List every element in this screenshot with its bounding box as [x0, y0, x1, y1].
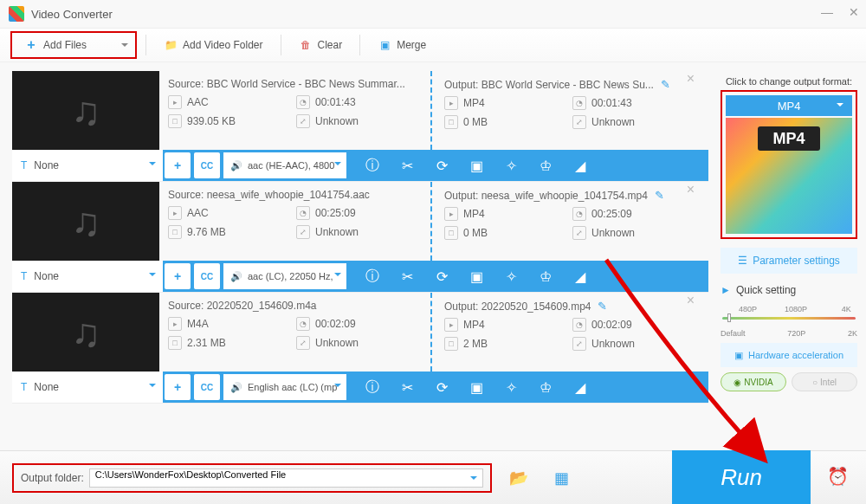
- rotate-icon[interactable]: ⟳: [433, 379, 450, 396]
- dimension-icon: ⤢: [296, 225, 310, 239]
- dropdown-caret-icon: [470, 476, 477, 483]
- codec-icon: ▸: [444, 96, 458, 110]
- audio-codec-select[interactable]: 🔊aac (HE-AAC), 4800: [223, 152, 346, 178]
- add-subtitle-button[interactable]: +: [165, 263, 191, 289]
- watermark-icon[interactable]: ♔: [537, 379, 554, 396]
- crop-icon[interactable]: ▣: [468, 379, 485, 396]
- clock-icon: ◔: [296, 95, 310, 109]
- cut-icon[interactable]: ✂: [398, 268, 416, 285]
- close-icon[interactable]: ✕: [849, 5, 859, 19]
- cut-icon[interactable]: ✂: [398, 158, 416, 174]
- codec-icon: ▸: [444, 318, 458, 332]
- size-icon: □: [168, 336, 182, 350]
- slider-thumb[interactable]: [727, 313, 731, 322]
- quality-slider[interactable]: 480P 1080P 4K: [721, 305, 857, 327]
- remove-item-icon[interactable]: ×: [687, 71, 695, 87]
- watermark-icon[interactable]: ♔: [537, 158, 554, 174]
- codec-icon: ▸: [168, 206, 182, 220]
- music-note-icon: ♫: [71, 87, 101, 134]
- output-folder-input[interactable]: C:\Users\WonderFox\Desktop\Converted Fil…: [89, 468, 483, 488]
- add-subtitle-button[interactable]: +: [165, 374, 191, 400]
- rotate-icon[interactable]: ⟳: [433, 158, 450, 174]
- nvidia-badge[interactable]: ◉NVIDIA: [721, 372, 786, 391]
- list-item: × ♫ Source: 20220520_154609.m4a ▸M4A ◔00…: [12, 293, 708, 404]
- edit-output-icon[interactable]: ✎: [661, 78, 670, 91]
- merge-label: Merge: [397, 39, 426, 51]
- thumbnail[interactable]: ♫: [12, 71, 159, 151]
- hardware-acceleration-button[interactable]: ▣ Hardware acceleration: [721, 343, 857, 367]
- output-format-selector[interactable]: MP4 MP4: [721, 90, 857, 239]
- effects-icon[interactable]: ✧: [502, 379, 520, 396]
- cc-button[interactable]: CC: [194, 263, 220, 289]
- clear-button[interactable]: 🗑 Clear: [287, 29, 355, 61]
- merge-button[interactable]: ▣ Merge: [365, 29, 438, 61]
- crop-icon[interactable]: ▣: [468, 268, 485, 285]
- intel-badge[interactable]: ○Intel: [792, 372, 857, 391]
- watermark-icon[interactable]: ♔: [537, 268, 554, 285]
- remove-item-icon[interactable]: ×: [687, 182, 695, 197]
- size-icon: □: [444, 115, 458, 129]
- more-icon[interactable]: ◢: [572, 268, 589, 285]
- music-note-icon: ♫: [71, 309, 101, 356]
- edit-output-icon[interactable]: ✎: [655, 189, 664, 202]
- video-join-icon[interactable]: ▦: [554, 468, 569, 488]
- audio-codec-select[interactable]: 🔊English aac (LC) (mp: [223, 374, 346, 400]
- add-files-label: Add Files: [43, 39, 87, 51]
- dimension-icon: ⤢: [572, 226, 586, 240]
- title-select[interactable]: TNone: [12, 261, 163, 292]
- add-folder-label: Add Video Folder: [183, 39, 263, 51]
- clock-icon: ◔: [572, 96, 586, 110]
- info-icon[interactable]: ⓘ: [364, 378, 381, 397]
- codec-icon: ▸: [168, 317, 182, 331]
- add-folder-button[interactable]: 📁 Add Video Folder: [152, 29, 275, 61]
- parameter-settings-button[interactable]: ☰ Parameter settings: [721, 248, 857, 274]
- right-panel: Click to change output format: MP4 MP4 ☰…: [721, 76, 857, 391]
- thumbnail[interactable]: ♫: [12, 182, 159, 262]
- cut-icon[interactable]: ✂: [398, 379, 416, 396]
- nvidia-icon: ◉: [734, 378, 741, 387]
- crop-icon[interactable]: ▣: [468, 158, 485, 174]
- size-icon: □: [444, 226, 458, 240]
- run-button[interactable]: Run: [672, 450, 811, 504]
- add-subtitle-button[interactable]: +: [165, 152, 191, 178]
- more-icon[interactable]: ◢: [572, 158, 589, 174]
- codec-icon: ▸: [444, 207, 458, 221]
- cc-button[interactable]: CC: [194, 152, 220, 178]
- clock-icon: ◔: [296, 206, 310, 220]
- effects-icon[interactable]: ✧: [502, 158, 520, 174]
- output-label: Output: 20220520_154609.mp4: [444, 300, 591, 313]
- minimize-icon[interactable]: —: [821, 5, 833, 19]
- cc-button[interactable]: CC: [194, 374, 220, 400]
- format-dropdown[interactable]: MP4: [726, 95, 852, 116]
- bottom-bar: Output folder: C:\Users\WonderFox\Deskto…: [0, 450, 866, 504]
- app-logo-icon: [9, 6, 24, 22]
- title-select[interactable]: TNone: [12, 372, 163, 403]
- clock-icon: ◔: [296, 317, 310, 331]
- effects-icon[interactable]: ✧: [502, 268, 520, 285]
- format-preview-image: MP4: [726, 118, 852, 234]
- more-icon[interactable]: ◢: [572, 379, 589, 396]
- title-select[interactable]: TNone: [12, 150, 163, 181]
- edit-output-icon[interactable]: ✎: [598, 300, 607, 313]
- info-icon[interactable]: ⓘ: [364, 268, 381, 286]
- scheduler-icon[interactable]: ⏰: [827, 466, 849, 487]
- size-icon: □: [168, 225, 182, 239]
- titlebar: Video Converter — ✕: [0, 0, 866, 28]
- sliders-icon: ☰: [738, 255, 747, 267]
- add-files-button[interactable]: + Add Files: [10, 31, 137, 59]
- remove-item-icon[interactable]: ×: [687, 293, 695, 308]
- output-label: Output: BBC World Service - BBC News Su.…: [444, 79, 654, 91]
- source-label: Source: BBC World Service - BBC News Sum…: [168, 78, 422, 90]
- clock-icon: ◔: [572, 207, 586, 221]
- file-list: × ♫ Source: BBC World Service - BBC News…: [12, 71, 708, 404]
- list-item: × ♫ Source: BBC World Service - BBC News…: [12, 71, 708, 182]
- info-icon[interactable]: ⓘ: [364, 157, 381, 175]
- audio-codec-select[interactable]: 🔊aac (LC), 22050 Hz,: [223, 263, 346, 289]
- thumbnail[interactable]: ♫: [12, 293, 159, 372]
- browse-folder-icon[interactable]: 📂: [509, 468, 528, 488]
- clock-icon: ◔: [572, 318, 586, 332]
- plus-icon: +: [24, 38, 38, 52]
- intel-icon: ○: [812, 378, 818, 387]
- dimension-icon: ⤢: [296, 336, 310, 350]
- rotate-icon[interactable]: ⟳: [433, 268, 450, 285]
